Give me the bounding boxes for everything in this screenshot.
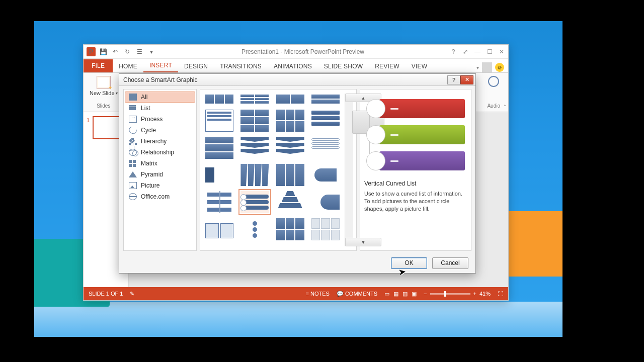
gallery-item[interactable] bbox=[240, 164, 269, 186]
scroll-down-button[interactable]: ▼ bbox=[345, 238, 381, 246]
category-matrix[interactable]: Matrix bbox=[125, 158, 195, 169]
ribbon-collapse-chevron-icon[interactable]: ˄ bbox=[504, 104, 506, 110]
gallery-item[interactable] bbox=[311, 137, 340, 159]
tab-home[interactable]: HOME bbox=[113, 60, 143, 72]
tab-transitions[interactable]: TRANSITIONS bbox=[214, 60, 268, 72]
cancel-button[interactable]: Cancel bbox=[432, 257, 468, 269]
ribbon-options-icon[interactable]: ⤢ bbox=[462, 48, 469, 55]
gallery-item[interactable] bbox=[311, 94, 340, 105]
maximize-button[interactable]: ☐ bbox=[486, 48, 493, 55]
gallery-scrollbar[interactable]: ▲ ▼ bbox=[345, 94, 353, 246]
dialog-footer: OK Cancel bbox=[119, 253, 475, 273]
category-pyramid[interactable]: Pyramid bbox=[125, 169, 195, 180]
tab-insert[interactable]: INSERT bbox=[143, 59, 178, 72]
gallery-item[interactable] bbox=[205, 110, 233, 132]
category-picture[interactable]: Picture bbox=[125, 180, 195, 191]
ribbon-tabs: FILE HOME INSERT DESIGN TRANSITIONS ANIM… bbox=[84, 59, 508, 73]
dialog-close-button[interactable]: ✕ bbox=[460, 75, 473, 84]
comments-button[interactable]: 💬 COMMENTS bbox=[337, 291, 377, 297]
zoom-out-icon[interactable]: − bbox=[424, 291, 427, 297]
gallery-item[interactable] bbox=[276, 218, 304, 240]
category-all[interactable]: All bbox=[125, 92, 195, 103]
redo-button[interactable]: ↻ bbox=[123, 47, 132, 56]
gallery-item[interactable] bbox=[205, 137, 233, 159]
audio-group-partial: Audio bbox=[484, 75, 503, 110]
category-office[interactable]: Office.com bbox=[125, 191, 195, 202]
window-title: Presentation1 - Microsoft PowerPoint Pre… bbox=[156, 48, 450, 55]
category-list: All List Process Cycle Hierarchy Relatio… bbox=[123, 89, 197, 251]
status-bar: SLIDE 1 OF 1 ✎ ≡ NOTES 💬 COMMENTS ▭ ▦ ▥ … bbox=[84, 287, 508, 300]
gallery-item[interactable] bbox=[276, 137, 304, 159]
help-icon[interactable]: ? bbox=[450, 48, 457, 55]
gallery-item[interactable] bbox=[276, 94, 304, 105]
qat-more-icon[interactable]: ▾ bbox=[147, 47, 156, 56]
preview-graphic bbox=[364, 95, 467, 175]
tab-file[interactable]: FILE bbox=[84, 59, 113, 72]
gallery-item[interactable] bbox=[311, 164, 340, 186]
reading-view-icon[interactable]: ▥ bbox=[403, 291, 408, 297]
zoom-control[interactable]: − + 41% bbox=[424, 291, 491, 297]
feedback-smiley-icon[interactable]: ☺ bbox=[495, 63, 504, 72]
normal-view-icon[interactable]: ▭ bbox=[384, 291, 389, 297]
category-hierarchy[interactable]: Hierarchy bbox=[125, 136, 195, 147]
tab-slideshow[interactable]: SLIDE SHOW bbox=[318, 60, 369, 72]
preview-description: Use to show a curved list of information… bbox=[364, 190, 467, 213]
category-list[interactable]: List bbox=[125, 103, 195, 114]
slide-counter: SLIDE 1 OF 1 bbox=[89, 291, 123, 297]
smartart-gallery: ▲ ▼ bbox=[200, 89, 357, 251]
windows-desktop: P 💾 ↶ ↻ ☰ ▾ Presentation1 - Microsoft Po… bbox=[34, 21, 562, 337]
gallery-item[interactable] bbox=[205, 94, 233, 105]
gallery-item-vertical-curved-list[interactable] bbox=[240, 191, 269, 213]
tab-view[interactable]: VIEW bbox=[406, 60, 433, 72]
close-button[interactable]: ✕ bbox=[498, 48, 505, 55]
category-cycle[interactable]: Cycle bbox=[125, 125, 195, 136]
ribbon-collapse-icon[interactable]: ▾ bbox=[476, 65, 479, 70]
gallery-item[interactable] bbox=[276, 164, 304, 186]
titlebar: P 💾 ↶ ↻ ☰ ▾ Presentation1 - Microsoft Po… bbox=[84, 45, 508, 59]
save-button[interactable]: 💾 bbox=[99, 47, 108, 56]
dialog-help-button[interactable]: ? bbox=[447, 75, 460, 84]
zoom-in-icon[interactable]: + bbox=[473, 291, 476, 297]
gallery-item[interactable] bbox=[240, 94, 269, 105]
preview-pane: Vertical Curved List Use to show a curve… bbox=[360, 89, 471, 251]
new-slide-button[interactable]: New Slide▾ bbox=[90, 76, 118, 96]
audio-icon[interactable] bbox=[488, 76, 499, 87]
smartart-dialog: Choose a SmartArt Graphic ? ✕ All List P… bbox=[119, 73, 476, 274]
tab-review[interactable]: REVIEW bbox=[369, 60, 406, 72]
gallery-item[interactable] bbox=[311, 218, 340, 240]
app-icon: P bbox=[87, 47, 96, 56]
slide-number: 1 bbox=[87, 117, 90, 123]
tab-design[interactable]: DESIGN bbox=[178, 60, 214, 72]
user-avatar[interactable] bbox=[482, 62, 492, 72]
gallery-item[interactable] bbox=[240, 137, 269, 159]
dialog-title: Choose a SmartArt Graphic bbox=[123, 76, 197, 83]
customize-qat-icon[interactable]: ☰ bbox=[135, 47, 144, 56]
zoom-percent[interactable]: 41% bbox=[479, 291, 491, 297]
new-slide-group: New Slide▾ Slides bbox=[87, 75, 121, 110]
sorter-view-icon[interactable]: ▦ bbox=[393, 291, 398, 297]
undo-button[interactable]: ↶ bbox=[111, 47, 120, 56]
gallery-item[interactable] bbox=[276, 191, 304, 213]
new-slide-icon bbox=[97, 76, 111, 89]
gallery-item[interactable] bbox=[240, 110, 269, 132]
gallery-item[interactable] bbox=[205, 191, 233, 213]
ok-button[interactable]: OK bbox=[391, 257, 427, 269]
minimize-button[interactable]: — bbox=[474, 48, 481, 55]
gallery-item[interactable] bbox=[311, 110, 340, 132]
notes-button[interactable]: ≡ NOTES bbox=[305, 291, 329, 297]
gallery-item[interactable] bbox=[205, 164, 233, 186]
gallery-item[interactable] bbox=[240, 218, 269, 240]
fit-to-window-icon[interactable]: ⛶ bbox=[498, 291, 503, 297]
category-process[interactable]: Process bbox=[125, 114, 195, 125]
dialog-titlebar[interactable]: Choose a SmartArt Graphic ? ✕ bbox=[119, 74, 475, 86]
preview-title: Vertical Curved List bbox=[364, 180, 467, 187]
category-relationship[interactable]: Relationship bbox=[125, 147, 195, 158]
quick-access-toolbar: P 💾 ↶ ↻ ☰ ▾ bbox=[87, 47, 156, 56]
zoom-slider[interactable] bbox=[430, 293, 470, 295]
slideshow-view-icon[interactable]: ▣ bbox=[412, 291, 417, 297]
gallery-item[interactable] bbox=[276, 110, 304, 132]
tab-animations[interactable]: ANIMATIONS bbox=[268, 60, 318, 72]
gallery-item[interactable] bbox=[205, 218, 233, 240]
spellcheck-icon[interactable]: ✎ bbox=[130, 291, 134, 297]
gallery-item[interactable] bbox=[311, 191, 340, 213]
